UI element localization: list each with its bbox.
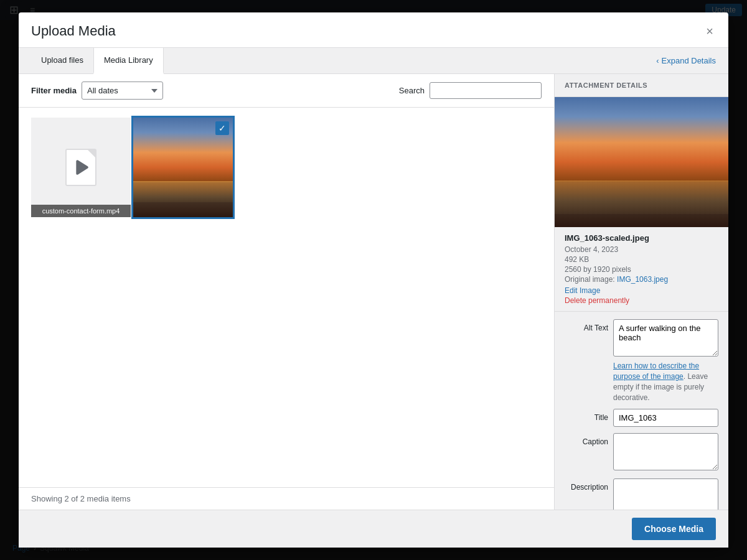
attachment-details-panel: ATTACHMENT DETAILS IMG_1063-scaled.jpeg … [554,74,728,510]
beach-water-reflection [133,182,233,202]
modal-title: Upload Media [31,23,116,39]
search-label: Search [399,86,425,95]
media-item-selected-check: ✓ [215,121,229,135]
media-item-label-mp4: custom-contact-form.mp4 [31,205,131,217]
attachment-details-header: ATTACHMENT DETAILS [555,74,728,97]
caption-label: Caption [565,433,608,446]
description-field-content [613,478,718,510]
alt-text-label: Alt Text [565,319,608,332]
modal-body: Filter media All dates October 2023 Sept… [19,74,728,510]
attachment-fields: Alt Text Learn how to describe the purpo… [555,312,728,510]
file-doc-icon [65,149,96,186]
description-textarea[interactable] [613,478,718,510]
tabs-list: Upload files Media Library [31,48,164,73]
alt-text-field-row: Alt Text Learn how to describe the purpo… [565,319,718,403]
expand-details-label: Expand Details [662,56,716,65]
attachment-actions: Edit Image Delete permanently [565,286,718,305]
filter-date-select[interactable]: All dates October 2023 September 2023 [82,82,163,100]
alt-text-field-content: Learn how to describe the purpose of the… [613,319,718,403]
description-field-row: Description [565,478,718,510]
media-count: Showing 2 of 2 media items [19,487,554,510]
video-file-icon [67,149,95,186]
expand-details-button[interactable]: ‹ Expand Details [656,51,716,70]
chevron-left-icon: ‹ [656,56,659,65]
caption-field-row: Caption [565,433,718,472]
title-field-row: Title [565,409,718,427]
filter-label: Filter media [31,86,77,95]
caption-field-content [613,433,718,472]
tab-upload-files[interactable]: Upload files [31,48,93,74]
description-label: Description [565,478,608,492]
modal-close-button[interactable]: × [703,22,716,40]
alt-text-help: Learn how to describe the purpose of the… [613,361,718,403]
media-panel: Filter media All dates October 2023 Sept… [19,74,554,510]
attachment-original-image: Original image: IMG_1063.jpeg [565,275,718,284]
media-item-mp4[interactable]: custom-contact-form.mp4 [31,118,131,217]
modal-overlay: Upload Media × Upload files Media Librar… [0,0,747,560]
upload-media-modal: Upload Media × Upload files Media Librar… [19,12,728,548]
edit-image-button[interactable]: Edit Image [565,286,718,295]
media-grid: custom-contact-form.mp4 ✓ [19,108,554,487]
attachment-filename: IMG_1063-scaled.jpeg [565,233,718,243]
attachment-thumbnail [555,97,728,227]
modal-tabs-bar: Upload files Media Library ‹ Expand Deta… [19,48,728,74]
media-item-jpeg[interactable]: ✓ [133,118,233,217]
delete-permanently-button[interactable]: Delete permanently [565,296,718,305]
attachment-meta: IMG_1063-scaled.jpeg October 4, 2023 492… [555,227,728,312]
original-image-link[interactable]: IMG_1063.jpeg [617,275,668,284]
media-toolbar: Filter media All dates October 2023 Sept… [19,74,554,108]
search-group: Search [399,82,542,99]
search-input[interactable] [430,82,542,99]
attachment-dimensions: 2560 by 1920 pixels [565,265,718,274]
media-item-thumb-mp4 [31,118,131,217]
title-input[interactable] [613,409,718,427]
filter-group: Filter media All dates October 2023 Sept… [31,82,163,100]
modal-footer: Choose Media [19,510,728,548]
caption-textarea[interactable] [613,433,718,470]
file-icon-mp4 [65,149,96,186]
attachment-beach-image [555,97,728,227]
tab-media-library[interactable]: Media Library [93,48,164,74]
original-label: Original image: [565,275,615,284]
attachment-size: 492 KB [565,255,718,264]
attachment-water [555,182,728,214]
modal-header: Upload Media × [19,12,728,48]
title-field-content [613,409,718,427]
title-label: Title [565,409,608,422]
alt-text-textarea[interactable] [613,319,718,357]
choose-media-button[interactable]: Choose Media [632,518,716,540]
attachment-date: October 4, 2023 [565,245,718,254]
